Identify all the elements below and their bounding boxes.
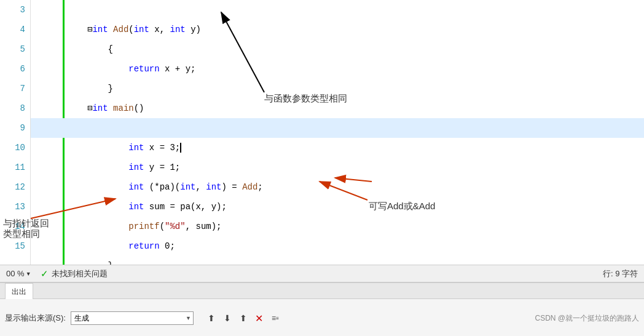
toolbar-icons: ⬆ ⬇ ⬆ ✕ ≡≡ (205, 311, 282, 325)
line-num-4: 4 (0, 20, 25, 39)
toolbar-icon-2[interactable]: ⬇ (221, 311, 234, 325)
code-line-8[interactable]: { (31, 98, 644, 118)
code-line-15[interactable]: } (31, 236, 644, 256)
bottom-tabs: 出出 (0, 283, 644, 299)
code-line-9[interactable]: int x = 3; (31, 118, 644, 138)
line-num-13: 13 (0, 197, 25, 217)
tab-output-label: 出出 (12, 287, 26, 296)
line-num-5: 5 (0, 39, 25, 59)
line-num-10: 10 (0, 138, 25, 158)
code-line-3[interactable]: ⊟int Add(int x, int y) (31, 0, 644, 20)
toolbar-icon-5[interactable]: ≡≡ (269, 311, 282, 325)
code-line-7[interactable]: ⊟int main() (31, 79, 644, 98)
line-numbers: 3 4 5 6 7 8 9 10 11 12 13 14 15 (0, 0, 31, 265)
toolbar-icon-4[interactable]: ✕ (253, 311, 266, 325)
code-line-12[interactable]: int sum = pa(x, y); (31, 177, 644, 197)
status-bar: 00 % ▼ ✓ 未找到相关问题 行: 9 字符 (0, 265, 644, 282)
line-num-9: 9 (0, 118, 25, 138)
code-content[interactable]: ⊟int Add(int x, int y) { return x + y; }… (31, 0, 644, 265)
bottom-panel: 出出 显示输出来源(S): 生成 调试 输出 ⬆ ⬇ ⬆ ✕ ≡≡ CSDN @… (0, 282, 644, 336)
line-num-8: 8 (0, 98, 25, 118)
source-label: 显示输出来源(S): (5, 313, 66, 324)
code-line-5[interactable]: return x + y; (31, 39, 644, 59)
status-text: 未找到相关问题 (52, 268, 108, 279)
bottom-content: 显示输出来源(S): 生成 调试 输出 ⬆ ⬇ ⬆ ✕ ≡≡ CSDN @就一个… (0, 299, 644, 336)
code-line-14[interactable]: return 0; (31, 217, 644, 236)
line-num-7: 7 (0, 79, 25, 98)
code-container: 3 4 5 6 7 8 9 10 11 12 13 14 15 ⊟in (0, 0, 644, 265)
code-line-6[interactable]: } (31, 59, 644, 79)
zoom-control[interactable]: 00 % ▼ (6, 269, 31, 278)
zoom-value: 00 % (6, 269, 25, 278)
status-check-icon: ✓ (41, 268, 49, 279)
status-right: 行: 9 字符 (603, 268, 638, 279)
line-num-11: 11 (0, 158, 25, 177)
editor-area: 3 4 5 6 7 8 9 10 11 12 13 14 15 ⊟in (0, 0, 644, 265)
line-num-15: 15 (0, 236, 25, 256)
status-ok-group: ✓ 未找到相关问题 (41, 268, 108, 279)
source-select-wrapper[interactable]: 生成 调试 输出 (71, 311, 194, 325)
line-num-3: 3 (0, 0, 25, 20)
code-line-11[interactable]: int (*pa)(int, int) = Add; (31, 158, 644, 177)
code-line-10[interactable]: int y = 1; (31, 138, 644, 158)
line-num-12: 12 (0, 177, 25, 197)
code-line-13[interactable]: printf("%d", sum); (31, 197, 644, 217)
line-num-14: 14 (0, 217, 25, 236)
zoom-dropdown-icon[interactable]: ▼ (26, 271, 31, 277)
source-select[interactable]: 生成 调试 输出 (71, 311, 194, 325)
toolbar-icon-3[interactable]: ⬆ (237, 311, 250, 325)
toolbar-icon-1[interactable]: ⬆ (205, 311, 218, 325)
tab-output[interactable]: 出出 (5, 283, 33, 299)
csdn-watermark: CSDN @就一个挺垃圾的跑路人 (535, 313, 639, 324)
code-line-4[interactable]: { (31, 20, 644, 39)
line-num-6: 6 (0, 59, 25, 79)
